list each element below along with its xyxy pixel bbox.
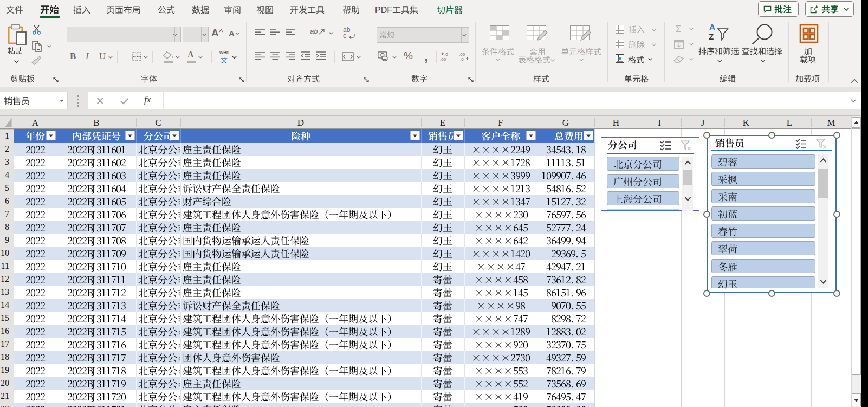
svg-text:.00: .00 (440, 57, 446, 61)
svg-text:.0: .0 (444, 52, 448, 57)
svg-text:.0: .0 (460, 57, 464, 61)
svg-text:.00: .00 (459, 52, 465, 57)
